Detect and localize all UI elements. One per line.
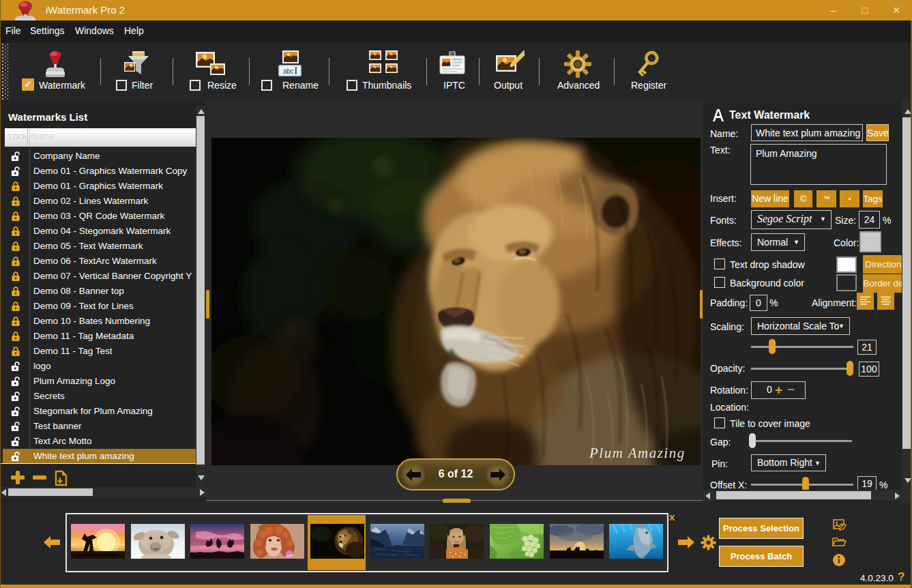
svg-text:Plum Amazing: Plum Amazing: [589, 445, 686, 461]
svg-text:abc: abc: [283, 68, 294, 75]
